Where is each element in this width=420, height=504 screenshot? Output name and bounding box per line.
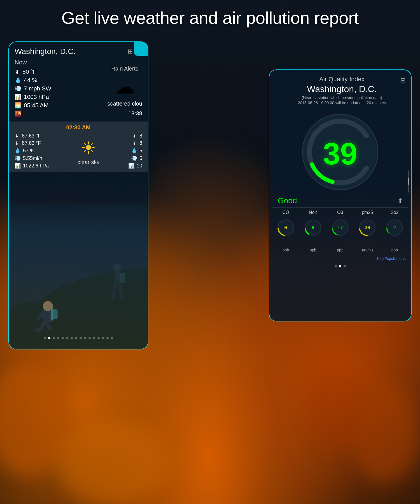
- dot-12[interactable]: [97, 337, 100, 339]
- pollutant-pm25-value: 39: [365, 225, 370, 231]
- aqi-grid-icon[interactable]: ⊞: [400, 77, 405, 84]
- aqi-share-icon[interactable]: ⬆: [398, 197, 403, 204]
- aqi-status-label: Good: [278, 196, 297, 205]
- cloud-icon: ☁: [115, 75, 135, 98]
- aqi-status-row: Good ⬆: [269, 194, 411, 207]
- unit-no2: ppb: [299, 243, 326, 255]
- pollutant-so2: So2 2: [381, 208, 408, 242]
- pollutant-co: CO 6: [272, 208, 299, 242]
- weather-stats: 🌡 80 °F 💧 44 % 💨 7 mph SW 📊 1003 hPa 🌅: [15, 68, 51, 109]
- forecast-right: 🌡 8 🌡 8 💧 5 💨 5 📊 10: [128, 133, 142, 169]
- sunset-icon: 🌇: [15, 110, 22, 117]
- dot-15[interactable]: [111, 337, 113, 339]
- wind-value: 7 mph SW: [24, 85, 51, 92]
- pollutant-no2-gauge: 6: [303, 218, 323, 237]
- page-title: Get live weather and air pollution repor…: [0, 8, 420, 28]
- forecast-humidity2: 💧 5: [131, 148, 142, 154]
- aqi-card: Air Quality Index Washington, D.C. (Near…: [269, 69, 412, 321]
- weather-city: Washington, D.C.: [15, 47, 76, 56]
- pollutant-pm25: pm25 39: [354, 208, 381, 242]
- aqi-value: 39: [323, 138, 357, 169]
- aqi-title-block: Air Quality Index Washington, D.C. (Near…: [283, 76, 400, 105]
- forecast-pressure: 📊 1022.6 hPa: [15, 163, 49, 169]
- pollutant-so2-value: 2: [393, 225, 396, 231]
- dot-7[interactable]: [75, 337, 77, 339]
- pollutant-o3-name: O3: [337, 210, 343, 215]
- pollutant-o3: O3 17: [326, 208, 354, 242]
- forecast-wind2-icon: 💨: [131, 155, 137, 161]
- unit-o3-label: ppb: [337, 248, 343, 252]
- unit-no2-label: ppb: [310, 248, 316, 252]
- wind-icon: 💨: [15, 85, 22, 92]
- sun-clear-icon: ☀: [81, 138, 96, 158]
- unit-co-label: ppb: [283, 248, 289, 252]
- forecast-temp-low: 🌡 87.63 °F: [15, 140, 49, 146]
- forecast-therm2-icon: 🌡: [132, 140, 137, 146]
- dot-9[interactable]: [84, 337, 86, 339]
- humidity-value: 44 %: [24, 77, 37, 83]
- pollutant-no2-name: No2: [309, 210, 317, 215]
- hiker-silhouettes: [9, 203, 148, 349]
- now-label: Now: [15, 59, 51, 66]
- forecast-content: 🌡 87.63 °F 🌡 87.63 °F 💧 57 % 💨 5.55mi/h …: [15, 133, 142, 169]
- dot-14[interactable]: [106, 337, 109, 339]
- pollutant-no2-value: 6: [312, 225, 314, 231]
- aqi-timestamp: 2018-06-28 19:00:00 will be updated in 2…: [283, 101, 400, 105]
- forecast-therm-icon: 🌡: [15, 140, 20, 146]
- sunset-time: 18:38: [128, 110, 142, 117]
- fire-decoration-3: [56, 420, 168, 504]
- svg-rect-5: [115, 272, 120, 286]
- thermometer-hot-icon: 🌡: [15, 69, 20, 75]
- weather-right-panel: Rain Alerts ☁ scattered clou: [107, 59, 142, 107]
- aqi-pagination: [269, 262, 411, 269]
- weather-pagination: [9, 333, 148, 344]
- dot-2[interactable]: [53, 337, 55, 339]
- aqi-card-header: Air Quality Index Washington, D.C. (Near…: [269, 70, 411, 107]
- pollutant-co-name: CO: [283, 210, 289, 215]
- dot-0[interactable]: [44, 337, 46, 339]
- dot-13[interactable]: [102, 337, 104, 339]
- aqi-subtitle: (Nearest station which provides pollutio…: [283, 95, 400, 100]
- pollutant-no2: No2 6: [299, 208, 326, 242]
- aqi-link[interactable]: http://cpcb.nic.in/: [269, 255, 411, 262]
- sunrise-icon: 🌅: [15, 102, 22, 109]
- forecast-temp-low2: 🌡 8: [132, 140, 142, 146]
- dot-10[interactable]: [88, 337, 91, 339]
- forecast-pressure-icon: 📊: [15, 163, 21, 169]
- clear-sky-label: clear sky: [78, 159, 100, 165]
- svg-rect-6: [120, 273, 125, 283]
- temperature-row: 🌡 80 °F: [15, 68, 51, 75]
- rain-alerts-label: Rain Alerts: [111, 66, 138, 72]
- forecast-wind-icon: 💨: [15, 155, 21, 161]
- dot-4[interactable]: [62, 337, 64, 339]
- weather-teal-badge: [134, 42, 148, 56]
- forecast-pressure2-icon: 📊: [128, 163, 134, 169]
- dot-11[interactable]: [93, 337, 95, 339]
- pressure-row: 📊 1003 hPa: [15, 94, 51, 100]
- weather-now-section: Now 🌡 80 °F 💧 44 % 💨 7 mph SW 📊 1003 hPa: [9, 59, 148, 109]
- forecast-pressure2: 📊 10: [128, 163, 142, 169]
- temperature-value: 80 °F: [22, 68, 36, 75]
- forecast-wind: 💨 5.55mi/h: [15, 155, 49, 161]
- grid-icon[interactable]: ⊞: [128, 48, 133, 55]
- dot-3[interactable]: [57, 337, 59, 339]
- pollutant-o3-gauge: 17: [330, 218, 350, 237]
- dot-1[interactable]: [48, 337, 50, 339]
- forecast-center: ☀ clear sky: [78, 137, 100, 165]
- pollutants-grid: CO 6 No2 6 O3: [269, 208, 411, 242]
- forecast-wind2: 💨 5: [131, 155, 142, 161]
- dot-8[interactable]: [80, 337, 82, 339]
- svg-rect-3: [51, 308, 53, 321]
- aqi-dot-0[interactable]: [335, 265, 337, 267]
- pressure-value: 1003 hPa: [24, 94, 49, 100]
- dot-5[interactable]: [66, 337, 68, 339]
- wind-row: 💨 7 mph SW: [15, 85, 51, 92]
- pollutant-pm25-name: pm25: [362, 210, 373, 215]
- forecast-time: 02:30 AM: [15, 124, 142, 131]
- unit-o3: ppb: [326, 243, 354, 255]
- dot-6[interactable]: [71, 337, 73, 339]
- sunset-row: 🌇 18:38: [9, 109, 148, 119]
- aqi-dot-2[interactable]: [344, 265, 346, 267]
- aqi-dot-1[interactable]: [339, 265, 341, 267]
- unit-so2-label: ppb: [391, 248, 398, 252]
